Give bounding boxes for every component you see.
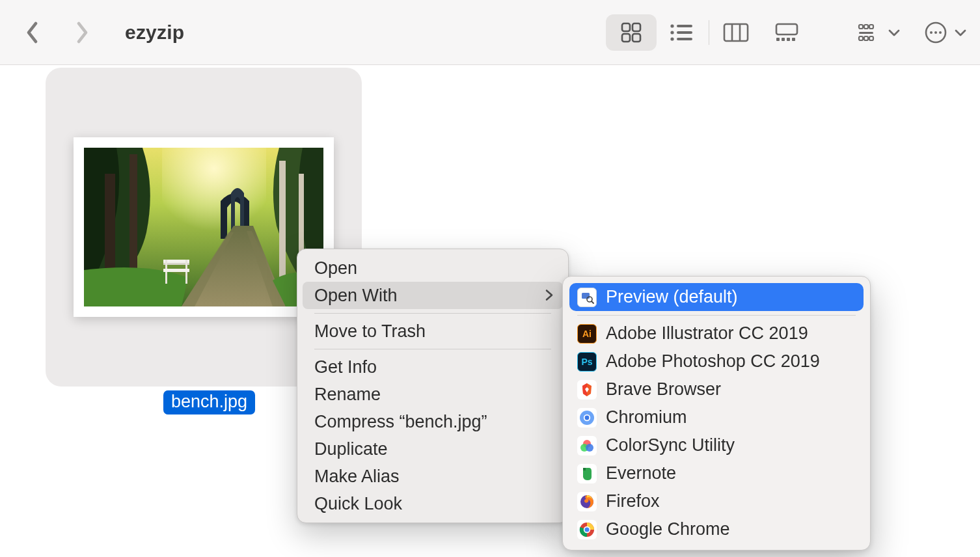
ctx-separator	[314, 313, 551, 314]
svg-rect-24	[869, 36, 873, 40]
forward-button[interactable]	[69, 20, 95, 46]
ctx-rename-label: Rename	[314, 385, 381, 405]
ctx-separator	[314, 349, 551, 349]
svg-rect-16	[787, 38, 790, 41]
colorsync-app-icon	[577, 436, 597, 455]
chevron-left-icon	[25, 21, 40, 44]
svg-rect-9	[677, 38, 692, 40]
svg-rect-32	[129, 154, 137, 284]
list-view-button[interactable]	[657, 14, 707, 51]
action-menu-button[interactable]	[924, 21, 967, 44]
columns-icon	[723, 23, 749, 42]
nav-buttons	[20, 20, 95, 46]
ctx-duplicate-label: Duplicate	[314, 439, 388, 459]
svg-rect-7	[677, 31, 692, 34]
ctx-open-with[interactable]: Open With	[303, 282, 563, 309]
preview-app-icon	[577, 288, 597, 307]
openwith-evernote-label: Evernote	[606, 463, 676, 483]
ctx-move-to-trash[interactable]: Move to Trash	[303, 318, 563, 345]
svg-rect-0	[622, 23, 630, 31]
ctx-open-label: Open	[314, 258, 357, 278]
svg-rect-18	[859, 25, 863, 29]
svg-rect-15	[782, 38, 785, 41]
openwith-evernote[interactable]: Evernote	[569, 459, 864, 487]
svg-rect-42	[582, 293, 590, 299]
openwith-illustrator[interactable]: Ai Adobe Illustrator CC 2019	[569, 319, 864, 347]
grid-icon	[619, 21, 643, 44]
svg-rect-21	[859, 32, 873, 34]
ctx-rename[interactable]: Rename	[303, 381, 563, 408]
svg-point-47	[585, 415, 590, 420]
open-with-submenu: Preview (default) Ai Adobe Illustrator C…	[562, 276, 871, 550]
openwith-preview-label: Preview (default)	[606, 287, 738, 307]
ctx-compress[interactable]: Compress “bench.jpg”	[303, 408, 563, 435]
group-by-button[interactable]	[858, 23, 901, 42]
svg-point-6	[670, 31, 674, 34]
openwith-chrome[interactable]: Google Chrome	[569, 515, 864, 543]
openwith-chromium[interactable]: Chromium	[569, 403, 864, 431]
openwith-preview[interactable]: Preview (default)	[569, 283, 864, 311]
svg-point-54	[584, 527, 589, 532]
svg-rect-10	[724, 24, 748, 41]
openwith-brave[interactable]: Brave Browser	[569, 375, 864, 403]
ctx-open-with-label: Open With	[314, 286, 398, 306]
svg-rect-2	[622, 34, 630, 42]
svg-line-44	[592, 301, 593, 303]
svg-rect-3	[633, 34, 640, 42]
column-view-button[interactable]	[711, 14, 761, 51]
svg-point-8	[670, 37, 674, 40]
svg-rect-19	[864, 25, 868, 29]
openwith-chromium-label: Chromium	[606, 407, 687, 428]
svg-point-28	[939, 31, 942, 34]
openwith-photoshop[interactable]: Ps Adobe Photoshop CC 2019	[569, 347, 864, 375]
openwith-photoshop-label: Adobe Photoshop CC 2019	[606, 351, 820, 372]
group-icon	[858, 23, 881, 42]
ctx-quick-look[interactable]: Quick Look	[303, 490, 563, 517]
svg-rect-1	[633, 23, 640, 31]
view-divider	[709, 20, 709, 45]
evernote-app-icon	[577, 464, 597, 483]
svg-point-50	[586, 444, 593, 452]
svg-rect-20	[869, 25, 873, 29]
ctx-get-info[interactable]: Get Info	[303, 353, 563, 381]
ctx-make-alias-label: Make Alias	[314, 467, 400, 487]
openwith-firefox[interactable]: Firefox	[569, 487, 864, 515]
folder-title: ezyzip	[125, 21, 184, 44]
chrome-app-icon	[577, 520, 597, 539]
chevron-down-icon	[954, 28, 967, 37]
svg-point-26	[930, 31, 932, 34]
svg-rect-40	[165, 260, 167, 269]
view-toggle-group	[606, 14, 812, 51]
svg-rect-41	[185, 260, 187, 269]
gallery-icon	[774, 23, 800, 42]
chevron-right-icon	[75, 21, 89, 44]
back-button[interactable]	[20, 20, 46, 46]
svg-rect-22	[859, 36, 863, 40]
ctx-get-info-label: Get Info	[314, 357, 377, 377]
context-menu: Open Open With Move to Trash Get Info Re…	[297, 249, 569, 523]
ctx-make-alias[interactable]: Make Alias	[303, 463, 563, 490]
openwith-colorsync[interactable]: ColorSync Utility	[569, 431, 864, 459]
svg-rect-14	[776, 38, 780, 41]
svg-rect-5	[677, 25, 692, 27]
ellipsis-circle-icon	[924, 21, 947, 44]
svg-point-4	[670, 24, 674, 27]
openwith-chrome-label: Google Chrome	[606, 519, 730, 539]
svg-point-27	[934, 31, 937, 34]
file-name-label[interactable]: bench.jpg	[163, 390, 255, 414]
toolbar: ezyzip	[0, 0, 980, 65]
svg-rect-35	[163, 269, 189, 272]
chromium-app-icon	[577, 408, 597, 428]
file-browser-area[interactable]: bench.jpg Open Open With Move to Trash G…	[0, 65, 980, 557]
chevron-down-icon	[888, 28, 901, 37]
svg-rect-13	[776, 24, 797, 34]
ctx-duplicate[interactable]: Duplicate	[303, 435, 563, 463]
openwith-colorsync-label: ColorSync Utility	[606, 435, 735, 455]
svg-rect-39	[185, 272, 187, 284]
brave-app-icon	[577, 380, 597, 400]
ctx-open[interactable]: Open	[303, 254, 563, 282]
svg-rect-33	[279, 161, 286, 284]
toolbar-right-tools	[858, 21, 967, 44]
icon-view-button[interactable]	[606, 14, 657, 51]
gallery-view-button[interactable]	[761, 14, 812, 51]
